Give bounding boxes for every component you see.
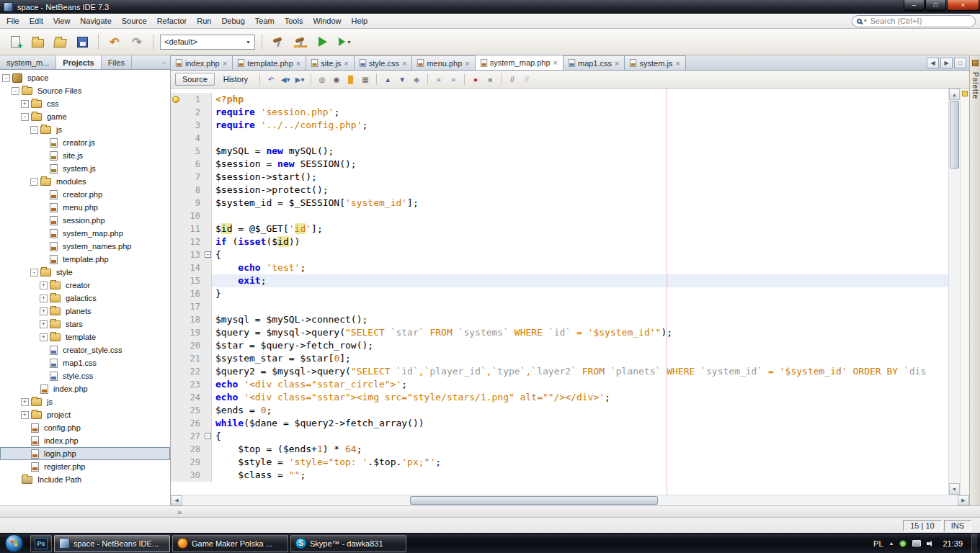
menu-view[interactable]: View	[48, 14, 76, 27]
taskbar-button-game-maker-polska[interactable]: Game Maker Polska ...	[172, 535, 288, 552]
tree-item-menu-php[interactable]: menu.php	[0, 201, 170, 214]
menu-refactor[interactable]: Refactor	[152, 14, 192, 27]
menu-navigate[interactable]: Navigate	[75, 14, 116, 27]
vertical-scrollbar[interactable]: ▲ ▼	[948, 89, 960, 495]
editor-tab-index-php[interactable]: index.php×	[170, 55, 233, 70]
line-number[interactable]: 23	[181, 378, 204, 391]
fold-margin[interactable]	[204, 145, 212, 158]
tab-close-icon[interactable]: ×	[401, 59, 407, 68]
tree-item-creator-style-css[interactable]: creator_style.css	[0, 343, 170, 356]
expand-icon[interactable]: +	[21, 398, 29, 406]
line-number[interactable]: 10	[181, 210, 204, 222]
shift-line-left-button[interactable]: «	[432, 73, 445, 86]
dock-expand-button[interactable]: »	[177, 508, 182, 516]
gutter-glyph-margin[interactable]	[171, 235, 181, 248]
collapse-icon[interactable]: -	[21, 113, 29, 121]
code-text[interactable]: {	[212, 248, 948, 261]
editor-tab-menu-php[interactable]: menu.php×	[411, 55, 475, 70]
new-file-button[interactable]	[6, 32, 24, 52]
gutter-glyph-margin[interactable]	[171, 378, 181, 391]
forward-button[interactable]: ▶▾	[293, 73, 306, 86]
gutter-glyph-margin[interactable]	[171, 106, 181, 119]
maximize-button[interactable]: □	[925, 0, 946, 11]
tree-item-creator-js[interactable]: creator.js	[0, 136, 170, 149]
line-number[interactable]: 2	[181, 106, 204, 119]
gutter-glyph-margin[interactable]	[171, 326, 181, 339]
fold-margin[interactable]	[204, 235, 212, 248]
tab-close-icon[interactable]: ×	[674, 59, 680, 68]
gutter-glyph-margin[interactable]	[171, 469, 181, 482]
gutter-glyph-margin[interactable]	[171, 132, 181, 145]
keyboard-language-indicator[interactable]: PL	[873, 539, 883, 548]
expand-icon[interactable]: +	[21, 411, 29, 419]
view-tab-source[interactable]: Source	[175, 73, 215, 86]
tab-scroll-left-button[interactable]: ◀	[927, 58, 939, 68]
gutter-glyph-margin[interactable]	[171, 391, 181, 404]
volume-icon[interactable]	[927, 540, 934, 547]
code-text[interactable]: $session->start();	[212, 171, 948, 184]
previous-bookmark-button[interactable]: ▲	[381, 73, 394, 86]
scroll-down-button[interactable]: ▼	[949, 483, 960, 495]
fold-margin[interactable]	[204, 184, 212, 197]
panel-minimize-button[interactable]: –	[157, 55, 170, 69]
menu-tools[interactable]: Tools	[280, 14, 308, 27]
line-number[interactable]: 11	[181, 222, 204, 235]
last-edit-button[interactable]: ↶	[264, 73, 277, 86]
menu-help[interactable]: Help	[347, 14, 373, 27]
expand-icon[interactable]: +	[40, 320, 48, 328]
fold-margin[interactable]	[204, 378, 212, 391]
tree-item-source-files[interactable]: -Source Files	[0, 84, 170, 97]
fold-margin[interactable]	[204, 443, 212, 456]
tree-item-modules[interactable]: -modules	[0, 175, 170, 188]
show-hidden-icons-button[interactable]: ▲	[889, 541, 894, 546]
code-text[interactable]: $system_id = $_SESSION['system_id'];	[212, 197, 948, 210]
tree-item-js[interactable]: +js	[0, 395, 170, 408]
editor-tab-map1-css[interactable]: map1.css×	[563, 55, 625, 70]
configuration-select[interactable]: <default> ▼	[160, 35, 255, 50]
line-number[interactable]: 19	[181, 326, 204, 339]
taskbar-button-skype-dawka831[interactable]: Skype™ - dawka831	[290, 535, 406, 552]
code-text[interactable]: echo '<div class="sstar_circle">';	[212, 378, 948, 391]
gutter-glyph-margin[interactable]	[171, 404, 181, 417]
rectangular-selection-button[interactable]: ▦	[359, 73, 372, 86]
line-number[interactable]: 6	[181, 158, 204, 171]
fold-margin[interactable]	[204, 106, 212, 119]
gutter-glyph-margin[interactable]	[171, 261, 181, 274]
fold-collapse-icon[interactable]: -	[205, 251, 211, 258]
gutter-glyph-margin[interactable]	[171, 287, 181, 300]
tree-item-galactics[interactable]: +galactics	[0, 292, 170, 305]
fold-margin[interactable]	[204, 287, 212, 300]
fold-margin[interactable]	[204, 274, 212, 287]
fold-margin[interactable]	[204, 222, 212, 235]
menu-debug[interactable]: Debug	[216, 14, 249, 27]
gutter-glyph-margin[interactable]	[171, 93, 181, 106]
line-number[interactable]: 20	[181, 339, 204, 352]
tree-item-session-php[interactable]: session.php	[0, 214, 170, 227]
line-number[interactable]: 5	[181, 145, 204, 158]
fold-margin[interactable]	[204, 339, 212, 352]
view-tab-history[interactable]: History	[216, 73, 255, 86]
expand-icon[interactable]: +	[40, 295, 48, 302]
close-button[interactable]: ×	[947, 0, 979, 11]
expand-icon[interactable]: +	[40, 307, 48, 315]
gutter-glyph-margin[interactable]	[171, 197, 181, 210]
scroll-left-button[interactable]: ◀	[171, 495, 182, 505]
collapse-icon[interactable]: -	[12, 87, 19, 95]
toggle-bookmark-button[interactable]: ◆	[410, 73, 423, 86]
line-number[interactable]: 1	[181, 93, 204, 106]
fold-margin[interactable]: -	[204, 248, 212, 261]
code-text[interactable]: <?php	[212, 93, 948, 106]
search-input[interactable]	[869, 16, 971, 26]
minimize-button[interactable]: –	[904, 0, 925, 11]
code-text[interactable]: echo '<div class="sstar"><img src="style…	[212, 391, 948, 404]
fold-margin[interactable]	[204, 365, 212, 378]
fold-collapse-icon[interactable]: -	[205, 433, 211, 439]
tree-item-creator[interactable]: +creator	[0, 279, 170, 292]
fold-margin[interactable]	[204, 132, 212, 145]
line-number[interactable]: 18	[181, 313, 204, 326]
build-project-button[interactable]	[269, 32, 288, 52]
panel-tab-system-m[interactable]: system_m...	[0, 55, 56, 69]
code-text[interactable]: $query2 = $mysql->query("SELECT `id`,`pl…	[212, 365, 948, 378]
clean-build-button[interactable]	[291, 32, 310, 52]
network-icon[interactable]	[912, 540, 921, 547]
